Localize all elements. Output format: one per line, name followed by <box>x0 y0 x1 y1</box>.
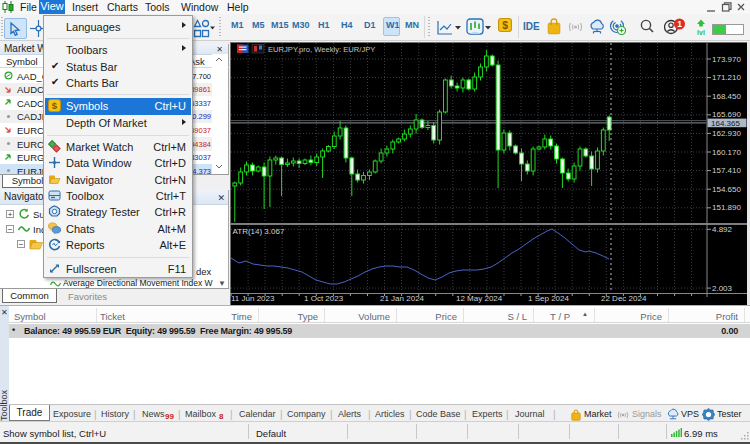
svg-text:4.892: 4.892 <box>712 225 733 234</box>
svg-text:EURJPY.pro, Weekly: EUR/JPY: EURJPY.pro, Weekly: EUR/JPY <box>268 45 375 54</box>
svg-text:157.410: 157.410 <box>712 166 741 175</box>
svg-text:1: 1 <box>677 19 682 29</box>
svg-text:$: $ <box>52 100 58 111</box>
svg-text:1 Sep 2024: 1 Sep 2024 <box>528 294 569 303</box>
svg-text:162.930: 162.930 <box>712 129 741 138</box>
svg-text:173.970: 173.970 <box>712 55 741 64</box>
svg-text:154.650: 154.650 <box>712 185 741 194</box>
svg-text:151.890: 151.890 <box>712 203 741 212</box>
svg-text:ATR(14) 3.067: ATR(14) 3.067 <box>233 227 285 236</box>
svg-text:21 Jan 2024: 21 Jan 2024 <box>380 294 425 303</box>
svg-text:168.450: 168.450 <box>712 92 741 101</box>
svg-text:11 Jun 2023: 11 Jun 2023 <box>231 294 275 303</box>
svg-text:lvl: lvl <box>697 29 705 36</box>
svg-text:160.170: 160.170 <box>712 148 741 157</box>
svg-text:164.365: 164.365 <box>711 119 740 128</box>
svg-text:171.210: 171.210 <box>712 73 741 82</box>
svg-text:1 Oct 2023: 1 Oct 2023 <box>304 294 344 303</box>
svg-text:$: $ <box>502 20 508 31</box>
svg-text:2.003: 2.003 <box>712 284 733 293</box>
svg-text:12 May 2024: 12 May 2024 <box>456 294 503 303</box>
